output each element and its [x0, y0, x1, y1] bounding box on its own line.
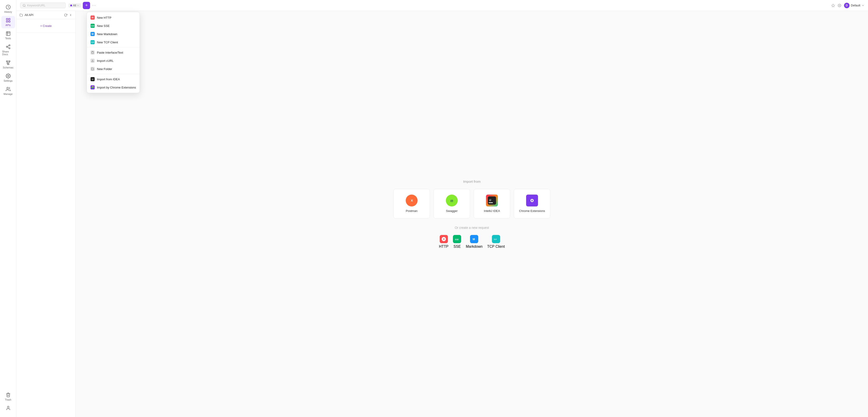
main-content: Keyword/URL All + ··· D Default: [17, 0, 868, 417]
dropdown-item-label: Import by Chrome Extensions: [97, 86, 136, 89]
svg-text:SSE: SSE: [455, 238, 459, 240]
refresh-icon[interactable]: [64, 13, 67, 17]
dropdown-item-label: New HTTP: [97, 16, 112, 20]
sidebar-item-manage[interactable]: Manage: [1, 85, 15, 97]
collapse-icon[interactable]: [69, 13, 72, 17]
import-card-label: IntelliJ IDEA: [484, 209, 500, 213]
dropdown-item-paste-interface[interactable]: Paste Interface/Text: [87, 48, 140, 57]
svg-point-5: [9, 45, 10, 46]
sidebar-item-tests[interactable]: Tests: [1, 29, 15, 41]
profile-button[interactable]: D Default: [844, 3, 864, 8]
import-card-chrome-extensions[interactable]: Chrome Extensions: [514, 189, 550, 218]
svg-point-18: [7, 87, 8, 89]
dropdown-item-import-curl[interactable]: Import cURL: [87, 57, 140, 65]
svg-text:IJ: IJ: [489, 199, 491, 202]
dropdown-item-new-tcp[interactable]: TCP New TCP Client: [87, 38, 140, 46]
sidebar-item-share-docs[interactable]: Share Docs: [1, 42, 15, 58]
swagger-icon: {/}: [446, 195, 458, 206]
pin-icon: [831, 4, 835, 7]
sidebar-item-schemas[interactable]: Schemas: [1, 58, 15, 71]
dropdown-item-label: Import cURL: [97, 59, 114, 62]
svg-line-21: [25, 6, 26, 7]
sse-icon: SSE: [453, 235, 461, 243]
create-button[interactable]: + Create: [37, 23, 54, 29]
chrome-extensions-icon: [526, 195, 538, 206]
sidebar-item-account[interactable]: [1, 404, 15, 412]
plus-button[interactable]: +: [83, 2, 90, 9]
dropdown-item-import-idea[interactable]: IJ Import from IDEA: [87, 75, 140, 83]
postman-icon: [406, 195, 417, 206]
svg-point-7: [9, 48, 10, 49]
import-card-label: Swagger: [446, 209, 458, 213]
import-cards: Postman {/} Swagger: [394, 189, 550, 218]
dropdown-item-new-http[interactable]: H New HTTP: [87, 13, 140, 22]
svg-rect-11: [8, 61, 10, 62]
dropdown-item-label: Paste Interface/Text: [97, 51, 123, 54]
manage-icon: [6, 87, 11, 92]
sidebar: History APIs Tests Share Docs Schemas Se…: [0, 0, 17, 417]
create-area: + Create: [17, 19, 75, 33]
intellij-icon: IJ: [486, 195, 498, 206]
new-tcp-icon: TCP: [91, 40, 95, 44]
svg-point-22: [839, 5, 840, 6]
dropdown-item-new-sse[interactable]: SSE New SSE: [87, 22, 140, 30]
sidebar-item-history[interactable]: History: [1, 3, 15, 15]
profile-name: Default: [851, 4, 860, 7]
sidebar-item-trash[interactable]: Trash: [1, 391, 15, 403]
import-card-label: Postman: [406, 209, 417, 213]
sidebar-item-label: Tests: [5, 37, 11, 40]
topbar-right: D Default: [831, 3, 864, 8]
tcp-client-icon: TCP: [492, 235, 500, 243]
svg-rect-10: [6, 61, 7, 62]
settings-topbar-icon[interactable]: [838, 4, 841, 7]
svg-rect-27: [489, 202, 493, 203]
sidebar-item-label: Trash: [5, 398, 11, 401]
svg-line-8: [7, 47, 9, 48]
import-idea-icon: IJ: [91, 77, 95, 81]
clock-icon: [6, 5, 11, 9]
trash-icon: [6, 392, 11, 397]
import-card-label: Chrome Extensions: [519, 209, 545, 213]
search-placeholder: Keyword/URL: [27, 4, 45, 7]
dropdown-item-new-folder[interactable]: New Folder: [87, 65, 140, 73]
api-icon: [6, 18, 11, 23]
dropdown-item-import-chrome[interactable]: 🧩 Import by Chrome Extensions: [87, 83, 140, 91]
import-card-postman[interactable]: Postman: [394, 189, 430, 218]
new-request-row: HTTP SSE SSE M Markdown: [439, 235, 505, 249]
svg-text:{/}: {/}: [451, 199, 453, 202]
svg-rect-1: [6, 19, 7, 20]
new-markdown-icon: M: [91, 32, 95, 36]
import-card-intellij[interactable]: IJ IntelliJ IDEA: [474, 189, 510, 218]
more-button[interactable]: ···: [92, 3, 96, 8]
or-create-label: Or create a new request: [455, 226, 489, 230]
left-panel: All API + Create: [17, 11, 76, 417]
dropdown-item-label: Import from IDEA: [97, 78, 120, 81]
new-request-sse[interactable]: SSE SSE: [453, 235, 461, 249]
new-folder-icon: [91, 67, 95, 71]
new-request-http[interactable]: HTTP: [439, 235, 448, 249]
schema-icon: [6, 60, 11, 65]
import-curl-icon: [91, 59, 95, 63]
sidebar-item-label: History: [4, 10, 12, 13]
avatar: D: [844, 3, 849, 8]
filter-badge[interactable]: All: [68, 3, 81, 7]
sidebar-item-label: Settings: [4, 79, 13, 82]
new-request-markdown[interactable]: M Markdown: [466, 235, 483, 249]
dropdown-item-new-markdown[interactable]: M New Markdown: [87, 30, 140, 38]
new-request-tcp-client[interactable]: TCP TCP Client: [487, 235, 505, 249]
dropdown-item-label: New Folder: [97, 67, 112, 71]
svg-rect-12: [7, 64, 9, 65]
import-from-title: Import from: [463, 180, 481, 183]
dropdown-menu: H New HTTP SSE New SSE M New Markdown TC…: [87, 12, 140, 93]
panel-header-actions: [64, 13, 72, 17]
search-box[interactable]: Keyword/URL: [20, 2, 66, 8]
import-card-swagger[interactable]: {/} Swagger: [434, 189, 470, 218]
sidebar-item-apis[interactable]: APIs: [1, 16, 15, 28]
new-request-label: SSE: [454, 244, 461, 249]
paste-interface-icon: [91, 51, 95, 55]
http-icon: [440, 235, 448, 243]
dropdown-divider-2: [87, 74, 140, 74]
avatar-initial: D: [846, 4, 848, 7]
sidebar-item-settings[interactable]: Settings: [1, 71, 15, 84]
account-icon: [6, 406, 11, 411]
